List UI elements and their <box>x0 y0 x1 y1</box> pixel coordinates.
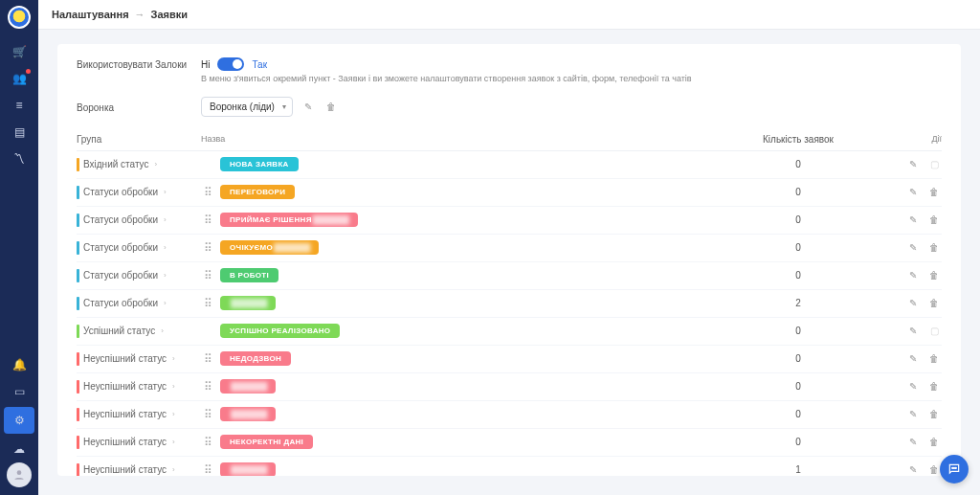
group-label: Успішний статус <box>83 326 155 336</box>
gear-nav[interactable]: ⚙ <box>4 407 34 434</box>
edit-funnel-icon[interactable]: ✎ <box>301 99 316 114</box>
use-requests-hint: В меню з'явиться окремий пункт - Заявки … <box>201 73 942 85</box>
request-count: 0 <box>702 381 894 392</box>
col-count: Кількість заявок <box>702 134 894 145</box>
status-badge <box>220 462 276 476</box>
drag-handle-icon[interactable]: ⠿ <box>201 269 214 282</box>
status-badge <box>220 296 276 310</box>
table-row: Статуси обробки›⠿2✎🗑 <box>77 290 942 318</box>
group-label: Статуси обробки <box>83 214 158 225</box>
users-nav[interactable]: 👥 <box>0 65 38 92</box>
chevron-right-icon: › <box>172 382 175 391</box>
trash-icon[interactable]: 🗑 <box>926 379 942 394</box>
table-row: Вхідний статус›⠿НОВА ЗАЯВКА0✎▢ <box>77 151 942 179</box>
chevron-right-icon: › <box>164 271 167 280</box>
drag-handle-icon[interactable]: ⠿ <box>201 436 214 449</box>
drag-handle-icon[interactable]: ⠿ <box>201 352 214 366</box>
chart-nav[interactable]: 〽 <box>0 146 38 172</box>
edit-icon[interactable]: ✎ <box>905 240 921 256</box>
drag-handle-icon[interactable]: ⠿ <box>201 186 214 199</box>
edit-icon[interactable]: ✎ <box>905 213 921 228</box>
request-count: 0 <box>702 159 894 169</box>
chevron-right-icon: › <box>172 465 175 474</box>
avatar[interactable] <box>7 462 32 487</box>
notification-dot <box>26 69 31 74</box>
edit-icon[interactable]: ✎ <box>905 407 921 422</box>
trash-icon[interactable]: 🗑 <box>926 185 942 200</box>
delete-funnel-icon[interactable]: 🗑 <box>323 99 339 114</box>
list-icon: ≡ <box>15 99 22 112</box>
table-row: Неуспішний статус›⠿1✎🗑 <box>77 457 942 476</box>
chevron-right-icon: › <box>172 438 175 446</box>
gear-icon: ⚙ <box>14 414 25 427</box>
chevron-right-icon: › <box>164 243 167 252</box>
book-nav[interactable]: ▭ <box>0 378 38 405</box>
group-label: Статуси обробки <box>83 242 158 253</box>
cart-nav[interactable]: 🛒 <box>0 38 38 65</box>
request-count: 0 <box>702 242 894 253</box>
group-color-bar <box>77 352 79 366</box>
group-color-bar <box>77 463 79 476</box>
table-row: Неуспішний статус›⠿НЕДОДЗВОН0✎🗑 <box>77 346 942 373</box>
edit-icon[interactable]: ✎ <box>905 379 921 394</box>
edit-icon[interactable]: ✎ <box>905 435 921 450</box>
breadcrumb-root[interactable]: Налаштування <box>52 9 129 20</box>
cloud-nav[interactable]: ☁ <box>0 436 38 462</box>
bell-nav[interactable]: 🔔 <box>0 351 38 378</box>
chevron-right-icon: › <box>172 410 175 418</box>
trash-icon[interactable]: 🗑 <box>926 407 942 422</box>
trash-icon[interactable]: 🗑 <box>926 240 942 256</box>
status-badge: ПРИЙМАЄ РІШЕННЯ <box>220 213 358 227</box>
trash-icon[interactable]: 🗑 <box>926 213 942 228</box>
drag-handle-icon[interactable]: ⠿ <box>201 297 214 310</box>
edit-icon[interactable]: ✎ <box>905 185 921 200</box>
drag-handle-icon[interactable]: ⠿ <box>201 214 214 227</box>
svg-point-2 <box>953 467 954 468</box>
toggle-no-label: Ні <box>201 59 210 70</box>
edit-icon[interactable]: ✎ <box>905 462 921 476</box>
group-color-bar <box>77 408 79 421</box>
sidebar: 🛒👥≡▤〽 🔔▭⚙☁ <box>0 0 38 495</box>
trash-icon[interactable]: 🗑 <box>926 296 942 311</box>
trash-icon[interactable]: 🗑 <box>926 268 942 283</box>
drag-handle-icon[interactable]: ⠿ <box>201 463 214 476</box>
request-count: 1 <box>702 464 894 475</box>
trash-icon[interactable]: 🗑 <box>926 435 942 450</box>
trash-icon[interactable]: 🗑 <box>926 351 942 367</box>
chevron-down-icon: ▾ <box>282 102 286 111</box>
edit-icon[interactable]: ✎ <box>905 157 921 172</box>
group-color-bar <box>77 436 79 449</box>
status-badge: ПЕРЕГОВОРИ <box>220 185 295 199</box>
chat-button[interactable] <box>940 455 969 484</box>
group-label: Неуспішний статус <box>83 464 167 475</box>
bell-icon: 🔔 <box>12 358 27 371</box>
request-count: 0 <box>702 437 894 447</box>
table-row: Статуси обробки›⠿В РОБОТІ0✎🗑 <box>77 262 942 290</box>
edit-icon[interactable]: ✎ <box>905 268 921 283</box>
funnel-select[interactable]: Воронка (ліди) ▾ <box>201 97 293 117</box>
tasks-nav[interactable]: ▤ <box>0 119 38 146</box>
group-label: Вхідний статус <box>83 159 148 169</box>
chevron-right-icon: › <box>164 188 167 196</box>
edit-icon[interactable]: ✎ <box>905 296 921 311</box>
table-row: Неуспішний статус›⠿0✎🗑 <box>77 401 942 429</box>
drag-handle-icon[interactable]: ⠿ <box>201 408 214 421</box>
breadcrumb-leaf: Заявки <box>151 9 188 20</box>
drag-handle-icon[interactable]: ⠿ <box>201 380 214 394</box>
group-color-bar <box>77 325 79 338</box>
edit-icon[interactable]: ✎ <box>905 324 921 339</box>
group-color-bar <box>77 214 79 227</box>
svg-point-3 <box>955 467 956 468</box>
status-badge: УСПІШНО РЕАЛІЗОВАНО <box>220 324 340 338</box>
col-actions: Дії <box>894 134 942 145</box>
group-label: Статуси обробки <box>83 270 158 281</box>
use-requests-toggle[interactable] <box>217 57 244 71</box>
tasks-icon: ▤ <box>14 125 25 139</box>
status-badge: В РОБОТІ <box>220 268 278 282</box>
chevron-right-icon: › <box>172 354 175 363</box>
list-nav[interactable]: ≡ <box>0 92 38 119</box>
edit-icon[interactable]: ✎ <box>905 351 921 367</box>
app-logo[interactable] <box>8 6 31 29</box>
drag-handle-icon[interactable]: ⠿ <box>201 241 214 255</box>
status-badge <box>220 379 276 394</box>
